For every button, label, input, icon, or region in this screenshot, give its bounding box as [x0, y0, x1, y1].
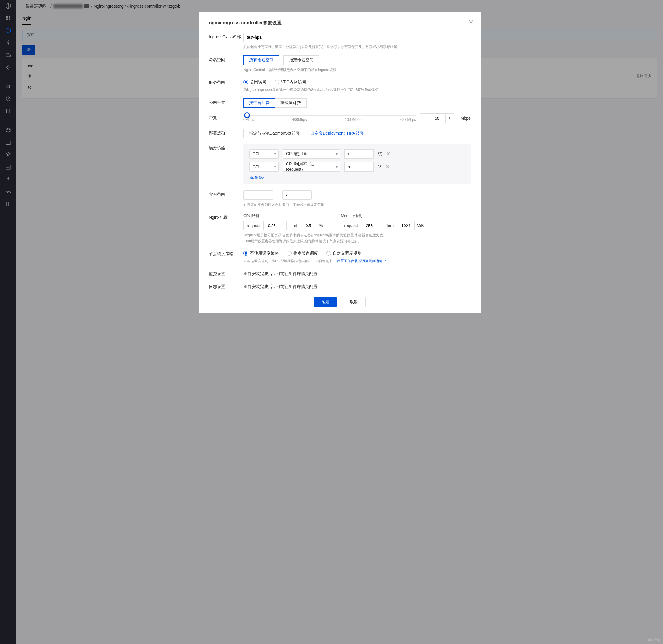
trigger-type-select[interactable]: CPU利用率（占Request） — [283, 162, 340, 171]
mem-limit-input[interactable] — [398, 221, 414, 230]
delete-icon[interactable]: ✕ — [386, 151, 390, 157]
modal-overlay: ✕ nginx-ingress-controller参数设置 IngressCl… — [17, 0, 663, 644]
bandwidth-slider[interactable] — [244, 115, 416, 116]
ingressclass-input[interactable] — [244, 32, 300, 42]
grid-icon[interactable] — [5, 15, 11, 21]
billing-label: 公网带宽 — [209, 98, 244, 105]
trigger-value-input[interactable] — [344, 162, 374, 171]
billing-bandwidth-button[interactable]: 按带宽计费 — [244, 98, 275, 108]
cpu-limit-input[interactable] — [300, 221, 317, 230]
bandwidth-value-input[interactable] — [429, 114, 445, 123]
scope-vpc-radio[interactable]: VPC内网访问 — [275, 79, 306, 85]
sched-node-radio[interactable]: 指定节点调度 — [287, 251, 318, 256]
svg-point-5 — [8, 42, 9, 44]
instance-range-label: 实例范围 — [209, 190, 244, 198]
sched-none-radio[interactable]: 不使用调度策略 — [244, 251, 279, 256]
book-icon[interactable] — [5, 201, 11, 207]
bandwidth-unit: Mbps — [461, 116, 471, 120]
cube-icon[interactable] — [5, 28, 11, 33]
instance-min-input[interactable] — [244, 190, 273, 200]
add-trigger-link[interactable]: 新增指标 — [249, 175, 465, 180]
log-text: 组件安装完成后，可前往组件详情页配置 — [244, 282, 471, 290]
billing-traffic-button[interactable]: 按流量计费 — [275, 98, 306, 108]
nav-sidebar — [0, 0, 17, 644]
deploy-label: 部署选项 — [209, 129, 244, 136]
scheduling-help: 可根据调度规则，将Pod调度到符合预期的Label的节点中。 — [244, 259, 336, 263]
doc-icon[interactable] — [5, 108, 11, 114]
svg-rect-4 — [9, 19, 10, 20]
svg-rect-8 — [7, 109, 10, 113]
scheduling-guide-link[interactable]: 设置工作负载的调度规则指引↗ — [337, 259, 387, 263]
cpu-request-input[interactable] — [264, 221, 280, 230]
trigger-type-select[interactable]: CPU使用量 — [283, 149, 340, 159]
nginx-conf-help2: Limit用于设置容器使用资源的最大上限,避免异常情况下节点资源消耗过多。 — [244, 238, 471, 244]
infinity-icon[interactable] — [5, 189, 11, 195]
tag-icon[interactable] — [5, 65, 11, 70]
svg-rect-9 — [6, 141, 10, 144]
instance-max-input[interactable] — [282, 190, 312, 200]
logo-icon[interactable] — [5, 3, 11, 9]
scope-label: 服务范围 — [209, 78, 244, 85]
minus-button[interactable]: − — [420, 114, 429, 123]
trigger-unit: 核 — [378, 151, 382, 157]
ingressclass-help: 只能包含小写字母、数字、分隔符('-')以及反斜杠('\')，且必须以小写字母开… — [244, 44, 471, 50]
mem-request-input[interactable] — [361, 221, 378, 230]
modal: ✕ nginx-ingress-controller参数设置 IngressCl… — [199, 12, 481, 314]
scope-help: 为Nginx-Ingress自动创建一个可公网访网的Service，强烈建议您采… — [244, 87, 471, 92]
calendar-icon[interactable] — [5, 140, 11, 145]
trigger-row: CPU CPU使用量 核 ✕ — [249, 149, 465, 159]
box-icon[interactable] — [5, 127, 11, 133]
deploy-daemonset-button[interactable]: 指定节点池DaemonSet部署 — [244, 129, 305, 138]
cpu-limit-title: CPU限制 — [244, 213, 323, 218]
settings-icon[interactable] — [5, 40, 11, 46]
external-link-icon: ↗ — [384, 258, 387, 263]
chip-icon[interactable] — [5, 84, 11, 89]
close-icon[interactable]: ✕ — [468, 18, 474, 25]
log-label: 日志设置 — [209, 282, 244, 290]
bandwidth-label: 带宽 — [209, 114, 244, 120]
plus-button[interactable]: + — [445, 114, 454, 123]
range-separator: ~ — [276, 193, 279, 198]
trigger-label: 触发策略 — [209, 144, 244, 151]
clock-icon[interactable] — [5, 96, 11, 102]
monitor-text: 组件安装完成后，可前往组件详情页配置 — [244, 270, 471, 277]
scope-public-radio[interactable]: 公网访问 — [244, 79, 266, 85]
ingressclass-label: IngressClass名称 — [209, 32, 244, 40]
image-icon[interactable] — [5, 164, 11, 170]
trigger-unit: % — [378, 164, 381, 169]
delete-icon[interactable]: ✕ — [386, 164, 390, 170]
watermark: 创新互联 — [648, 638, 661, 642]
instance-range-help: 在设定的实例范围内自动调节，不会超出该设定范围 — [244, 202, 471, 207]
scheduling-label: 节点调度策略 — [209, 250, 244, 257]
svg-rect-6 — [7, 85, 10, 88]
namespace-label: 命名空间 — [209, 55, 244, 63]
memory-limit-title: Memory限制 — [341, 213, 424, 218]
namespace-all-button[interactable]: 所有命名空间 — [244, 55, 279, 65]
layers-icon[interactable] — [5, 152, 11, 158]
cloud-icon[interactable] — [5, 52, 11, 58]
cpu-unit: 核 — [319, 223, 323, 228]
trigger-box: CPU CPU使用量 核 ✕ CPU CPU利用率（占Request） % — [244, 144, 471, 184]
monitor-label: 监控设置 — [209, 270, 244, 277]
namespace-help: Nginx Controller监听处理指定命名空间下的所有Ingress资源 — [244, 67, 471, 72]
bandwidth-stepper: − + — [420, 114, 454, 123]
slider-handle[interactable] — [244, 112, 250, 118]
namespace-specific-button[interactable]: 指定命名空间 — [283, 55, 319, 65]
nginx-conf-help1: Request用于预分配资源,当集群中的节点没有request所要求的资源数量时… — [244, 233, 471, 238]
svg-rect-2 — [9, 16, 10, 18]
trigger-metric-select[interactable]: CPU — [249, 162, 279, 171]
deploy-hpa-button[interactable]: 自定义Deployment+HPA部署 — [305, 129, 369, 138]
trigger-row: CPU CPU利用率（占Request） % ✕ — [249, 162, 465, 171]
trigger-metric-select[interactable]: CPU — [249, 149, 279, 159]
svg-rect-1 — [6, 16, 8, 18]
svg-rect-10 — [6, 165, 10, 169]
mem-unit: MiB — [417, 223, 424, 228]
svg-rect-3 — [6, 19, 8, 20]
upload-icon[interactable] — [5, 177, 11, 182]
sched-custom-radio[interactable]: 自定义调度规则 — [326, 251, 361, 256]
trigger-value-input[interactable] — [344, 149, 374, 159]
modal-title: nginx-ingress-controller参数设置 — [209, 20, 471, 26]
nginx-conf-label: Nginx配置 — [209, 213, 244, 220]
ok-button[interactable]: 确定 — [314, 297, 337, 307]
cancel-button[interactable]: 取消 — [342, 297, 366, 307]
